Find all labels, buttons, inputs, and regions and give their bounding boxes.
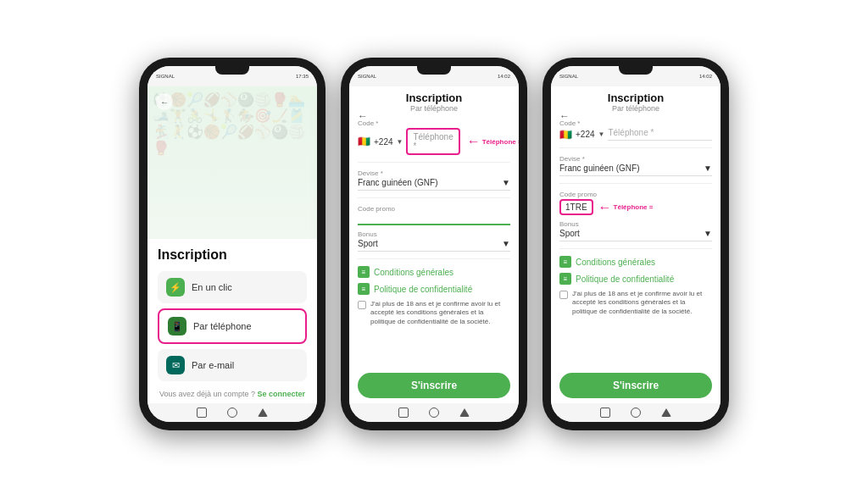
devise-chevron-3: ▼ [704,164,712,173]
submit-btn-3[interactable]: S'inscrire [559,373,712,398]
home-square-icon-3[interactable] [600,408,610,418]
bonus-selector-2[interactable]: Sport ▼ [358,239,510,252]
status-left-3: SIGNAL [559,74,578,79]
back-triangle-icon[interactable] [258,408,268,417]
lightning-icon: ⚡ [166,278,185,297]
back-btn-3[interactable]: ← [559,110,570,122]
already-account-text: Vous avez déjà un compte ? Se connecter [158,390,307,398]
status-right-2: 14:02 [498,74,510,79]
home-square-icon[interactable] [197,408,207,418]
sport-icons-bg: ⚽🏀🎾🏈⚾🎱🏐🥊🏊🎿🏋🚴🤸🏌🏇🎯🏒🎽🏂🤾⚽🏀🎾🏈⚾🎱🏐🥊 [147,86,317,239]
par-telephone-btn[interactable]: 📱 Par téléphone [158,308,307,344]
bonus-chevron-2: ▼ [502,239,510,248]
flag-3: 🇬🇳 [559,129,572,141]
status-bar-2: SIGNAL 14:02 [349,66,519,86]
pink-arrow-3: ← [598,200,612,215]
cg-icon-3: ≡ [559,256,571,268]
phone-input-3[interactable]: Téléphone * [608,128,712,141]
form-title-2: Inscription [353,92,515,104]
flag-2: 🇬🇳 [358,136,370,147]
devise-selector-2[interactable]: Franc guinéen (GNF) ▼ [358,178,510,191]
connect-link[interactable]: Se connecter [258,390,306,398]
form-body-2: Code * 🇬🇳 +224 ▼ Téléphone * ← [349,114,519,368]
bonus-label-3: Bonus [559,220,712,228]
form-footer-2: S'inscrire [349,368,519,403]
bottom-bar-1 [147,403,317,422]
home-circle-icon[interactable] [227,408,237,418]
phone-3: SIGNAL 14:02 ← Inscription Par téléphone… [542,58,729,430]
phone-2: SIGNAL 14:02 ← Inscription Par téléphone… [341,58,527,430]
arrow-label-2: Téléphone = [482,138,519,146]
phone-1: SIGNAL 17:35 ⚽🏀🎾🏈⚾🎱🏐🥊🏊🎿🏋🚴🤸🏌🏇🎯🏒🎽🏂🤾⚽🏀🎾🏈⚾🎱🏐… [139,58,326,430]
en-un-clic-btn[interactable]: ⚡ En un clic [158,271,307,303]
chevron-down-2: ▼ [397,138,403,146]
bonus-chevron-3: ▼ [704,229,712,238]
form-screen-3: ← Inscription Par téléphone Code * 🇬🇳 +2… [551,86,721,403]
home-circle-icon-2[interactable] [429,408,439,418]
checkbox-2[interactable] [358,301,366,309]
form-subtitle-3: Par téléphone [554,104,717,113]
devise-selector-3[interactable]: Franc guinéen (GNF) ▼ [559,164,712,176]
status-bar-1: SIGNAL 17:35 [147,66,317,86]
devise-label-2: Devise * [358,169,510,177]
arrow-label-3: Téléphone = [614,203,654,211]
form-footer-3: S'inscrire [551,368,721,403]
status-right-3: 14:02 [699,74,712,79]
cg-link-3[interactable]: ≡ Conditions générales [559,256,712,268]
pc-icon-2: ≡ [358,283,370,295]
form-body-3: Code * 🇬🇳 +224 ▼ Téléphone * [551,114,721,368]
status-right-1: 17:35 [296,74,309,79]
promo-arrow-3: ← Téléphone = [598,200,654,215]
pc-icon-3: ≡ [559,273,571,285]
checkbox-3[interactable] [559,291,568,299]
home-circle-icon-3[interactable] [631,408,641,418]
checkbox-row-3: J'ai plus de 18 ans et je confirme avoir… [559,290,712,316]
form-title-3: Inscription [554,92,717,104]
promo-label-3: Code promo [559,191,712,198]
status-bar-3: SIGNAL 14:02 [551,66,721,86]
bottom-bar-2 [349,403,519,422]
phone-icon: 📱 [168,317,186,336]
pc-link-2[interactable]: ≡ Politique de confidentialité [358,283,510,295]
back-button-1[interactable]: ← [156,93,173,110]
back-triangle-icon-3[interactable] [661,408,671,417]
code-label-2: Code * [358,119,510,127]
devise-chevron-2: ▼ [502,178,510,187]
back-triangle-icon-2[interactable] [459,408,470,417]
bonus-selector-3[interactable]: Sport ▼ [559,229,712,241]
submit-btn-2[interactable]: S'inscrire [358,373,510,398]
promo-input-3[interactable]: 1TRE [559,199,593,215]
inscription-title: Inscription [158,247,307,263]
country-code-2: +224 [374,137,393,147]
phone1-content: ⚽🏀🎾🏈⚾🎱🏐🥊🏊🎿🏋🚴🤸🏌🏇🎯🏒🎽🏂🤾⚽🏀🎾🏈⚾🎱🏐🥊 ← Inscripti… [147,86,317,403]
checkbox-row-2: J'ai plus de 18 ans et je confirme avoir… [358,300,510,326]
home-square-icon-2[interactable] [398,408,409,418]
email-icon: ✉ [166,356,185,374]
bottom-bar-3 [551,403,721,422]
cg-icon-2: ≡ [358,266,370,278]
phone-input-2[interactable]: Téléphone * [406,128,459,155]
status-left-2: SIGNAL [358,74,376,79]
devise-label-3: Devise * [559,155,712,163]
phone1-bottom: Inscription ⚡ En un clic 📱 Par téléphone… [147,239,317,403]
country-selector-2[interactable]: 🇬🇳 +224 ▼ [358,136,403,147]
status-left-1: SIGNAL [156,74,175,79]
pink-arrow-2: ← [467,134,481,149]
chevron-down-3: ▼ [598,130,605,138]
promo-label-2: Code promo [358,205,510,213]
form-subtitle-2: Par téléphone [353,104,515,113]
promo-field-2[interactable] [358,214,510,225]
pc-link-3[interactable]: ≡ Politique de confidentialité [559,273,712,285]
form-screen-2: ← Inscription Par téléphone Code * 🇬🇳 +2… [349,86,519,403]
phone1-bg: ⚽🏀🎾🏈⚾🎱🏐🥊🏊🎿🏋🚴🤸🏌🏇🎯🏒🎽🏂🤾⚽🏀🎾🏈⚾🎱🏐🥊 ← [147,86,317,239]
country-code-3: +224 [576,130,595,139]
bonus-label-2: Bonus [358,230,510,238]
back-btn-2[interactable]: ← [358,110,368,122]
cg-link-2[interactable]: ≡ Conditions générales [358,266,510,278]
country-selector-3[interactable]: 🇬🇳 +224 ▼ [559,129,604,141]
code-label-3: Code * [559,119,712,127]
arrow-indicator-2: ← Téléphone = [467,134,519,149]
par-email-btn[interactable]: ✉ Par e-mail [158,349,307,381]
